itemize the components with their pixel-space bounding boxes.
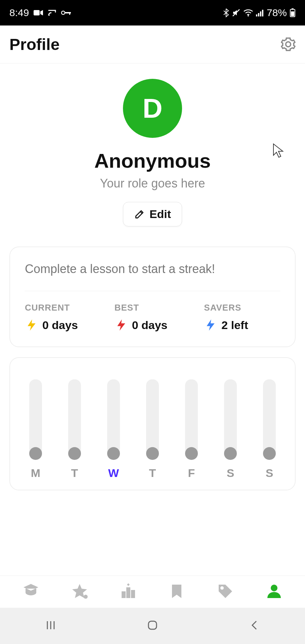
svg-rect-4 xyxy=(69,12,70,15)
streak-col-best: BEST0 days xyxy=(115,303,191,332)
bar-track xyxy=(146,379,159,460)
status-bar: 8:49 78% xyxy=(0,0,305,25)
signal-icon xyxy=(256,9,264,16)
svg-rect-15 xyxy=(122,591,126,598)
svg-point-2 xyxy=(61,11,65,14)
avatar-letter: D xyxy=(142,93,162,124)
edit-profile-button[interactable]: Edit xyxy=(123,202,182,226)
page-title: Profile xyxy=(9,35,59,54)
bar-0 xyxy=(26,379,46,460)
bolt-icon xyxy=(115,318,128,332)
svg-rect-17 xyxy=(131,590,135,598)
status-right: 78% xyxy=(223,7,296,18)
svg-rect-9 xyxy=(260,11,261,16)
video-icon xyxy=(34,9,43,16)
svg-rect-8 xyxy=(258,13,259,16)
system-back-button[interactable] xyxy=(247,618,262,634)
app-header: Profile xyxy=(0,25,305,63)
bar-dot xyxy=(29,447,42,460)
bar-track xyxy=(185,379,198,460)
tag-icon xyxy=(216,582,235,601)
bar-track xyxy=(107,379,120,460)
bluetooth-icon xyxy=(223,8,229,17)
streak-col-savers: SAVERS2 left xyxy=(204,303,280,332)
weekly-bars xyxy=(19,373,286,460)
bar-2 xyxy=(103,379,124,460)
bar-dot xyxy=(68,447,81,460)
bar-track xyxy=(224,379,237,460)
avatar[interactable]: D xyxy=(123,79,182,138)
svg-rect-23 xyxy=(148,621,157,629)
gear-icon xyxy=(281,37,296,52)
svg-point-6 xyxy=(248,15,249,16)
day-label: M xyxy=(26,467,46,480)
streak-label: CURRENT xyxy=(25,303,101,313)
streak-label: BEST xyxy=(115,303,191,313)
bar-dot xyxy=(107,447,120,460)
streak-value: 0 days xyxy=(115,318,191,332)
streak-row: CURRENT0 daysBEST0 daysSAVERS2 left xyxy=(25,303,280,332)
bar-dot xyxy=(146,447,159,460)
vibrate-mute-icon xyxy=(232,8,241,17)
tab-tag[interactable] xyxy=(216,582,235,602)
svg-rect-13 xyxy=(291,11,294,16)
bolt-icon xyxy=(25,318,38,332)
day-label: S xyxy=(259,467,279,480)
pencil-icon xyxy=(134,209,145,220)
battery-pct: 78% xyxy=(267,7,287,18)
streak-col-current: CURRENT0 days xyxy=(25,303,101,332)
streak-value: 2 left xyxy=(204,318,280,332)
profile-icon xyxy=(265,582,284,601)
tab-learn[interactable] xyxy=(21,582,40,602)
wifi-icon xyxy=(243,9,253,16)
settings-button[interactable] xyxy=(281,37,296,52)
svg-rect-12 xyxy=(292,8,294,9)
svg-rect-0 xyxy=(34,10,40,15)
discover-icon xyxy=(70,582,89,601)
day-label: W xyxy=(103,467,124,480)
svg-rect-16 xyxy=(126,587,130,598)
streak-card: Complete a lesson to start a streak! CUR… xyxy=(9,247,296,347)
weekly-activity-card: MTWTFSS xyxy=(9,357,296,490)
streak-prompt: Complete a lesson to start a streak! xyxy=(25,262,280,276)
tab-discover[interactable] xyxy=(70,582,89,602)
cursor-icon xyxy=(272,143,285,160)
svg-point-18 xyxy=(220,586,224,590)
bar-dot xyxy=(263,447,276,460)
bar-6 xyxy=(259,379,279,460)
day-label: T xyxy=(64,467,85,480)
day-label: T xyxy=(142,467,163,480)
bar-track xyxy=(68,379,81,460)
svg-rect-7 xyxy=(256,14,257,16)
tab-leaderboard[interactable] xyxy=(119,582,138,602)
svg-point-1 xyxy=(48,14,50,16)
edit-label: Edit xyxy=(149,208,171,221)
tab-profile[interactable] xyxy=(265,582,284,602)
svg-point-19 xyxy=(271,585,277,591)
divider xyxy=(25,291,280,291)
bookmark-icon xyxy=(167,582,186,601)
system-recents-button[interactable] xyxy=(43,618,58,634)
day-label: F xyxy=(181,467,202,480)
tab-bookmark[interactable] xyxy=(167,582,186,602)
system-nav-bar xyxy=(0,608,305,644)
bar-4 xyxy=(181,379,202,460)
streak-label: SAVERS xyxy=(204,303,280,313)
learn-icon xyxy=(21,582,40,601)
status-time: 8:49 xyxy=(9,7,29,18)
status-left: 8:49 xyxy=(9,7,71,18)
username: Anonymous xyxy=(0,149,305,172)
battery-icon xyxy=(290,8,296,17)
system-home-button[interactable] xyxy=(145,618,160,634)
bolt-icon xyxy=(204,318,217,332)
bar-track xyxy=(263,379,276,460)
day-label: S xyxy=(220,467,241,480)
bar-5 xyxy=(220,379,241,460)
streak-value: 0 days xyxy=(25,318,101,332)
bar-1 xyxy=(64,379,85,460)
user-role: Your role goes here xyxy=(0,176,305,191)
bar-3 xyxy=(142,379,163,460)
weekly-day-labels: MTWTFSS xyxy=(19,460,286,480)
profile-section: D Anonymous Your role goes here Edit xyxy=(0,63,305,226)
bar-track xyxy=(29,379,42,460)
